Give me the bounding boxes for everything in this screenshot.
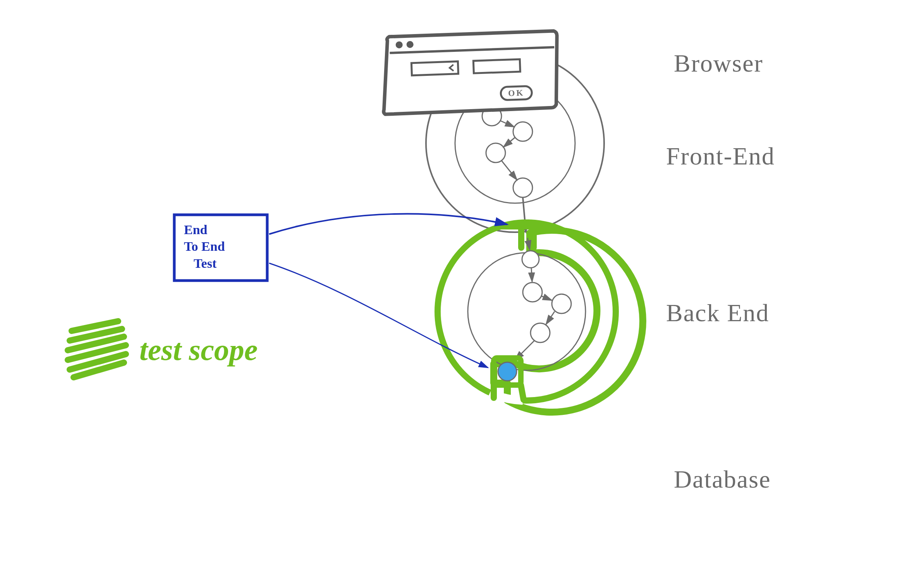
svg-point-21 [522, 251, 539, 268]
svg-point-24 [531, 323, 550, 342]
db-port [490, 358, 524, 401]
svg-line-6 [500, 121, 514, 127]
svg-point-4 [486, 143, 505, 163]
svg-point-31 [498, 362, 517, 381]
svg-line-33 [521, 385, 524, 400]
ok-button-label: OK [508, 88, 525, 98]
svg-point-22 [523, 283, 542, 302]
end-to-end-test-box: End To End Test [174, 215, 267, 281]
label-frontend: Front-End [666, 142, 775, 170]
label-browser: Browser [674, 50, 763, 77]
scribble-icon [68, 321, 126, 377]
svg-line-28 [546, 312, 555, 324]
svg-point-23 [552, 294, 571, 313]
svg-line-7 [503, 137, 515, 147]
label-database: Database [674, 466, 771, 493]
legend-scope: test scope [68, 321, 258, 377]
architecture-diagram: OK [0, 0, 924, 577]
svg-line-26 [531, 268, 532, 282]
arrow-to-entry [269, 214, 507, 234]
svg-line-8 [502, 161, 517, 180]
arrow-to-db-port [269, 263, 488, 368]
test-box-line2: To End [184, 239, 225, 253]
legend-scope-label: test scope [139, 333, 258, 366]
svg-line-27 [541, 296, 552, 300]
label-backend: Back End [666, 299, 769, 327]
test-box-line1: End [184, 223, 208, 237]
svg-point-3 [513, 122, 532, 141]
backend-circle [438, 223, 643, 412]
svg-point-5 [513, 178, 532, 197]
browser-window: OK [381, 31, 560, 115]
test-box-line3: Test [194, 256, 217, 271]
